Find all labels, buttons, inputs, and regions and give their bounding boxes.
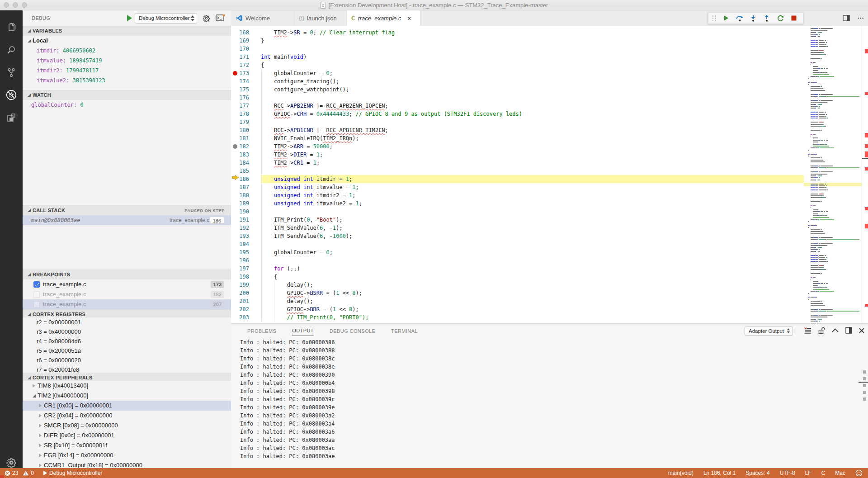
peripheral-row-SMCR[interactable]: SMCR [0x08] = 0x00000000: [23, 421, 231, 431]
sidebar-item-extensions[interactable]: [0, 106, 23, 129]
peripheral-row-CR1[interactable]: CR1 [0x00] = 0x00000001: [23, 401, 231, 411]
code-line-199[interactable]: delay();: [261, 281, 804, 289]
variables-scope-local[interactable]: Local: [23, 36, 231, 46]
code-line-176[interactable]: [261, 94, 804, 102]
sidebar-item-explorer[interactable]: [0, 16, 23, 38]
clear-output-button[interactable]: [804, 327, 811, 334]
gutter-row-172[interactable]: 172: [231, 61, 261, 69]
gutter-row-168[interactable]: 168: [231, 28, 261, 37]
code-line-185[interactable]: [261, 167, 804, 175]
watch-row-globalCounter[interactable]: globalCounter: 0: [23, 100, 231, 110]
panel-tab-output[interactable]: OUTPUT: [292, 325, 314, 336]
code-line-189[interactable]: unsigned int itmvalue2 = 1;: [261, 199, 804, 208]
tab-trace_example-c[interactable]: Ctrace_example.c×: [347, 10, 420, 26]
peripheral-row-DIER[interactable]: DIER [0x0c] = 0x00000001: [23, 431, 231, 440]
gutter-row-188[interactable]: 188: [231, 191, 261, 199]
section-header-breakpoints[interactable]: BREAKPOINTS: [23, 270, 231, 279]
gutter-row-203[interactable]: 203: [231, 313, 261, 322]
peripheral-row-CCMR1_Output[interactable]: CCMR1_Output [0x18] = 0x00000000: [23, 460, 231, 468]
feedback-smiley-icon[interactable]: [855, 469, 863, 477]
code-line-198[interactable]: {: [261, 273, 804, 281]
code-line-191[interactable]: ITM_Print(0, "Boot");: [261, 216, 804, 224]
cursor-position-status[interactable]: Ln 186, Col 1: [703, 470, 736, 476]
gutter-row-183[interactable]: 183: [231, 151, 261, 159]
variable-row-itmvalue2[interactable]: itmvalue2: 3815390123: [23, 76, 231, 85]
gutter-row-169[interactable]: 169: [231, 37, 261, 45]
register-row-r4[interactable]: r4 = 0x080004d6: [23, 336, 231, 346]
start-debug-button[interactable]: [127, 15, 132, 21]
section-header-variables[interactable]: VARIABLES: [23, 26, 231, 36]
unlock-scroll-button[interactable]: [818, 327, 825, 334]
gutter-row-195[interactable]: 195: [231, 248, 261, 256]
section-header-cortex-registers[interactable]: CORTEX REGISTERS: [23, 309, 231, 317]
variable-row-itmdir[interactable]: itmdir: 4066950602: [23, 46, 231, 56]
code-line-170[interactable]: [261, 45, 804, 53]
peripheral-row-EGR[interactable]: EGR [0x14] = 0x00000000: [23, 450, 231, 460]
output-channel-select[interactable]: Adapter Output: [745, 327, 793, 336]
gutter-row-170[interactable]: 170: [231, 45, 261, 53]
code-line-179[interactable]: [261, 118, 804, 126]
tab-launch-json[interactable]: {⁝}launch.json: [294, 10, 347, 26]
step-into-button[interactable]: [746, 13, 760, 24]
peripheral-row-TIM8[interactable]: TIM8 [0x40013400]: [23, 381, 231, 391]
encoding-status[interactable]: UTF-8: [780, 470, 795, 476]
gutter-row-200[interactable]: 200: [231, 289, 261, 297]
code-line-172[interactable]: {: [261, 61, 804, 69]
close-panel-button[interactable]: [859, 328, 864, 333]
code-line-173[interactable]: globalCounter = 0;: [261, 69, 804, 77]
breakpoint-row-207[interactable]: trace_example.c207: [23, 299, 231, 309]
code-line-203[interactable]: // ITM_Print(0, "PORT0");: [261, 313, 804, 322]
step-over-button[interactable]: [733, 13, 746, 24]
minimap[interactable]: [804, 26, 862, 323]
gutter-row-187[interactable]: 187: [231, 183, 261, 191]
code-line-190[interactable]: [261, 208, 804, 216]
step-out-button[interactable]: [760, 13, 774, 24]
code-line-168[interactable]: TIM2->SR = 0; // Clear interrupt flag: [261, 28, 804, 37]
code-line-202[interactable]: GPIOC->BRR = (1 << 8);: [261, 305, 804, 313]
breakpoint-checkbox[interactable]: [33, 291, 40, 298]
gutter-row-186[interactable]: 186: [231, 175, 261, 183]
gutter-row-181[interactable]: 181: [231, 134, 261, 142]
breakpoint-icon[interactable]: [233, 71, 237, 76]
gutter-row-199[interactable]: 199: [231, 281, 261, 289]
code-line-186[interactable]: unsigned int itmdir = 1;: [261, 175, 804, 183]
code-line-193[interactable]: ITM_SendValue(6, -1000);: [261, 232, 804, 240]
code-line-171[interactable]: int main(void): [261, 53, 804, 61]
remote-os-status[interactable]: Mac: [835, 470, 845, 476]
register-row-r5[interactable]: r5 = 0x2000051a: [23, 346, 231, 355]
gutter-row-192[interactable]: 192: [231, 224, 261, 232]
panel-tab-terminal[interactable]: TERMINAL: [391, 325, 418, 336]
split-editor-button[interactable]: [843, 14, 850, 22]
output-log[interactable]: Info : halted: PC: 0x08000386Info : halt…: [240, 338, 335, 460]
register-row-r3[interactable]: r3 = 0x40000000: [23, 327, 231, 336]
gutter-row-196[interactable]: 196: [231, 256, 261, 265]
problems-status[interactable]: 23 0: [5, 470, 34, 476]
breakpoint-checkbox[interactable]: [33, 281, 40, 288]
close-tab-icon[interactable]: ×: [407, 15, 411, 22]
code-line-183[interactable]: TIM2->DIER = 1;: [261, 151, 804, 159]
code-line-200[interactable]: GPIOC->BSRR = (1 << 8);: [261, 289, 804, 297]
section-header-watch[interactable]: WATCH: [23, 90, 231, 100]
peripheral-row-CR2[interactable]: CR2 [0x04] = 0x00000000: [23, 411, 231, 421]
code-line-169[interactable]: }: [261, 37, 804, 45]
eol-status[interactable]: LF: [805, 470, 811, 476]
code-line-194[interactable]: [261, 240, 804, 248]
gutter-row-202[interactable]: 202: [231, 305, 261, 313]
gutter-row-173[interactable]: 173: [231, 69, 261, 77]
gutter-row-171[interactable]: 171: [231, 53, 261, 61]
gutter-row-191[interactable]: 191: [231, 216, 261, 224]
maximize-panel-button[interactable]: [832, 328, 839, 332]
peripheral-row-TIM2[interactable]: TIM2 [0x40000000]: [23, 391, 231, 401]
panel-tab-debug-console[interactable]: DEBUG CONSOLE: [330, 325, 375, 336]
gutter-row-201[interactable]: 201: [231, 297, 261, 305]
editor-more-actions-button[interactable]: ⋯: [857, 14, 864, 22]
code-line-188[interactable]: unsigned int itmdir2 = 1;: [261, 191, 804, 199]
gutter-row-180[interactable]: 180: [231, 126, 261, 134]
gutter-row-185[interactable]: 185: [231, 167, 261, 175]
gutter-row-176[interactable]: 176: [231, 94, 261, 102]
code-line-177[interactable]: RCC->APB2ENR |= RCC_APB2ENR_IOPCEN;: [261, 102, 804, 110]
code-line-182[interactable]: TIM2->ARR = 50000;: [261, 142, 804, 151]
gutter-row-174[interactable]: 174: [231, 77, 261, 85]
breakpoint-disabled-icon[interactable]: [233, 144, 237, 149]
breakpoint-row-173[interactable]: trace_example.c173: [23, 279, 231, 289]
